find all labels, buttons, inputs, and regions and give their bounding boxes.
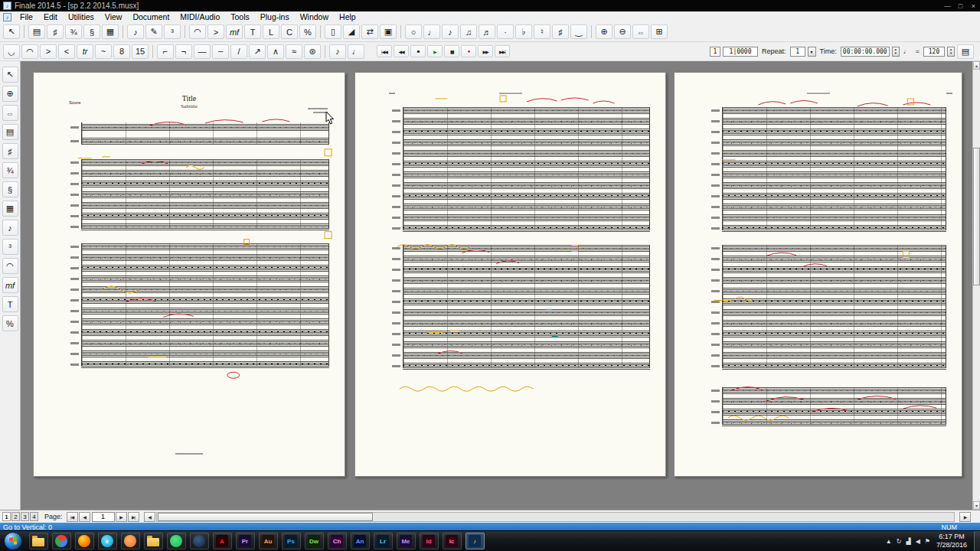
- taskbar-clock[interactable]: 6:17 PM 7/28/2016: [936, 533, 967, 549]
- tempo-value[interactable]: 120: [923, 47, 945, 57]
- record-button[interactable]: ●: [461, 45, 476, 57]
- taskbar-app-spotify[interactable]: [167, 533, 186, 549]
- document-icon[interactable]: ♪: [3, 13, 11, 21]
- palette-hand-grabber-tool[interactable]: ⇔: [2, 105, 18, 121]
- restore-button[interactable]: □: [954, 2, 967, 10]
- simple-entry-sharp[interactable]: ♯: [552, 24, 569, 39]
- simple-entry-beamed-notes[interactable]: ♫: [460, 24, 477, 39]
- zoom-in-tool[interactable]: ⊕: [596, 24, 612, 39]
- palette-text-tool[interactable]: T: [2, 296, 18, 312]
- last-page-button[interactable]: ▶|: [128, 512, 139, 522]
- taskbar-app-steam[interactable]: [190, 533, 209, 549]
- play-button[interactable]: ▶: [427, 45, 443, 57]
- simple-entry-dot[interactable]: ·: [497, 24, 514, 39]
- menu-document[interactable]: Document: [127, 12, 175, 21]
- palette-selection-tool[interactable]: ↖: [2, 67, 18, 83]
- dashed-slur-tool[interactable]: ◠: [21, 44, 38, 59]
- horizontal-scroll-thumb[interactable]: [158, 513, 373, 521]
- taskbar-app-audition[interactable]: Au: [259, 533, 278, 549]
- simple-entry-whole-note[interactable]: ○: [405, 24, 422, 39]
- tempo-spinner[interactable]: ▴▾: [947, 47, 955, 57]
- taskbar-app-incopy[interactable]: Ic: [443, 533, 462, 549]
- horizontal-scrollbar[interactable]: [156, 512, 955, 522]
- page-number-input[interactable]: [92, 512, 115, 522]
- page-layout-tool[interactable]: ▯: [325, 24, 341, 39]
- crescendo-tool[interactable]: <: [58, 44, 75, 59]
- vertical-scrollbar[interactable]: ▴ ▾: [972, 61, 980, 510]
- hyperscribe-tool[interactable]: ♩: [348, 44, 364, 59]
- beat-counter[interactable]: 1|0000: [723, 47, 758, 57]
- taskbar-app-internet-explorer[interactable]: e: [98, 533, 117, 549]
- ottava-tool[interactable]: 8: [113, 44, 130, 59]
- vertical-scroll-track[interactable]: [973, 70, 980, 501]
- palette-measure-tool[interactable]: ▦: [2, 201, 18, 217]
- page-tab-3[interactable]: 3: [21, 512, 29, 521]
- zoom-out-tool[interactable]: ⊖: [614, 24, 631, 39]
- chord-tool[interactable]: C: [281, 24, 298, 39]
- bracket-open-tool[interactable]: ⌐: [157, 44, 174, 59]
- glissando-tool[interactable]: /: [230, 44, 247, 59]
- show-hidden-icons-button[interactable]: ▲: [886, 538, 892, 545]
- menu-help[interactable]: Help: [334, 12, 361, 21]
- taskbar-app-dreamweaver[interactable]: Dw: [305, 533, 324, 549]
- measure-counter[interactable]: 1: [710, 47, 720, 57]
- palette-zoom-tool[interactable]: ⊕: [2, 86, 18, 102]
- repeat-value[interactable]: 1: [790, 47, 805, 57]
- simple-entry-quarter-note[interactable]: ♩: [423, 24, 440, 39]
- wavy-line-tool[interactable]: ≈: [286, 44, 302, 59]
- repeat-tool[interactable]: %: [299, 24, 316, 39]
- prev-page-button[interactable]: ◀: [79, 512, 90, 522]
- menu-file[interactable]: File: [15, 12, 38, 21]
- taskbar-app-premiere-pro[interactable]: Pr: [236, 533, 255, 549]
- taskbar-app-documents-folder[interactable]: [144, 533, 163, 549]
- score-page-2[interactable]: [354, 72, 666, 477]
- taskbar-app-acrobat[interactable]: A: [213, 533, 232, 549]
- menu-window[interactable]: Window: [295, 12, 334, 21]
- speedy-entry-tool[interactable]: ✎: [145, 24, 162, 39]
- pause-button[interactable]: ▮▮: [444, 45, 459, 57]
- taskbar-app-explorer[interactable]: [29, 533, 48, 549]
- line-tool[interactable]: —: [194, 44, 211, 59]
- page-tab-1[interactable]: 1: [2, 512, 11, 521]
- menu-tools[interactable]: Tools: [225, 12, 255, 21]
- custom-line-tool[interactable]: ⊛: [304, 44, 321, 59]
- time-display[interactable]: 00:00:00.000: [841, 47, 890, 57]
- menu-midi-audio[interactable]: MIDI/Audio: [175, 12, 225, 21]
- back-to-start-button[interactable]: |◀◀: [377, 45, 392, 57]
- start-button[interactable]: [4, 532, 22, 550]
- graphics-tool[interactable]: ▣: [380, 24, 397, 39]
- vertical-scroll-thumb[interactable]: [973, 148, 980, 285]
- tab-slide-tool[interactable]: ↗: [249, 44, 266, 59]
- go-to-end-button[interactable]: ▶▶|: [495, 45, 510, 57]
- simple-entry-sixteenth-notes[interactable]: ♬: [479, 24, 495, 39]
- dashed-line-tool[interactable]: ┄: [212, 44, 229, 59]
- hscroll-right-button[interactable]: ▶: [959, 512, 971, 522]
- taskbar-app-character-animator[interactable]: Ch: [328, 533, 347, 549]
- network-icon[interactable]: ▟: [906, 538, 910, 545]
- clef-tool[interactable]: §: [83, 24, 100, 39]
- taskbar-app-media-encoder[interactable]: Me: [397, 533, 416, 549]
- tuplet-tool[interactable]: ³: [164, 24, 181, 39]
- smart-shape-tool[interactable]: ◠: [189, 24, 206, 39]
- page-tab-2[interactable]: 2: [11, 512, 20, 521]
- taskbar-app-photoshop[interactable]: Ps: [282, 533, 301, 549]
- rewind-button[interactable]: ◀◀: [394, 45, 409, 57]
- menu-edit[interactable]: Edit: [38, 12, 63, 21]
- page-tab-4[interactable]: 4: [30, 512, 38, 521]
- taskbar-app-finale[interactable]: ♪: [466, 533, 485, 549]
- simple-entry-flat[interactable]: ♭: [515, 24, 532, 39]
- simple-entry-tool[interactable]: ♪: [127, 24, 144, 39]
- scroll-down-button[interactable]: ▾: [973, 501, 980, 510]
- taskbar-app-animate[interactable]: An: [351, 533, 370, 549]
- taskbar-app-firefox[interactable]: [75, 533, 94, 549]
- hand-grabber-tool[interactable]: ⇔: [632, 24, 649, 39]
- palette-tuplet-tool[interactable]: ³: [2, 239, 18, 255]
- staff-tool[interactable]: ▤: [28, 24, 45, 39]
- first-page-button[interactable]: |◀: [67, 512, 78, 522]
- hscroll-left-button[interactable]: ◀: [144, 512, 155, 522]
- palette-clef-tool[interactable]: §: [2, 181, 18, 197]
- taskbar-app-media-player[interactable]: [121, 533, 140, 549]
- quindicesima-tool[interactable]: 15: [132, 44, 149, 59]
- text-tool[interactable]: T: [244, 24, 261, 39]
- palette-staff-tool[interactable]: ▤: [2, 124, 18, 140]
